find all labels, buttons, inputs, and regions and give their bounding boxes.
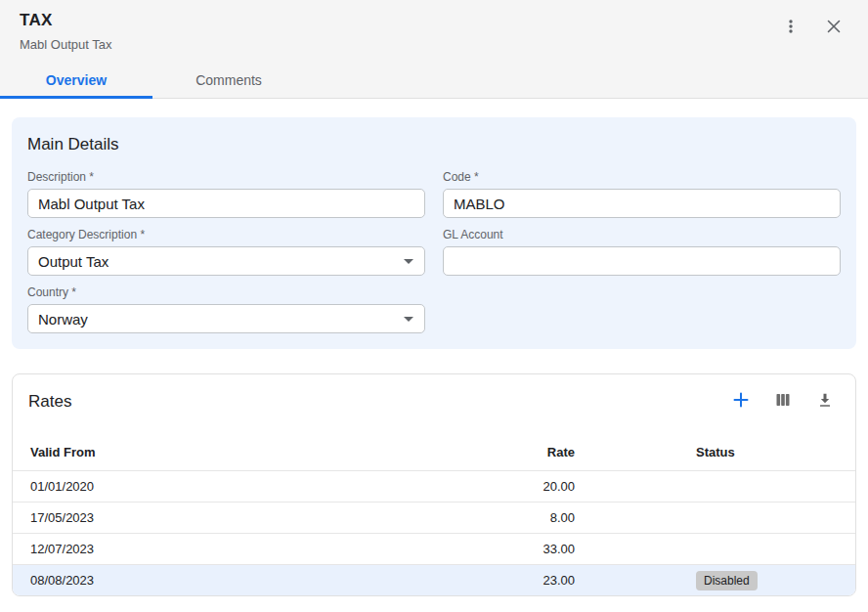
- status-badge: Disabled: [696, 571, 758, 590]
- field-label: Category Description *: [27, 228, 425, 241]
- tab-overview[interactable]: Overview: [0, 62, 152, 98]
- plus-icon: [732, 391, 750, 412]
- column-header-rate[interactable]: Rate: [457, 445, 575, 459]
- rate-cell: 8.00: [457, 510, 575, 525]
- rate-cell: 23.00: [457, 573, 575, 588]
- code-field[interactable]: [443, 189, 841, 218]
- valid-from-cell: 12/07/2023: [13, 542, 457, 556]
- tab-comments[interactable]: Comments: [152, 62, 305, 98]
- page-title: TAX: [20, 11, 848, 30]
- field: Category Description *: [27, 228, 425, 276]
- column-header-status[interactable]: Status: [575, 445, 855, 459]
- rates-panel: Rates: [12, 373, 856, 596]
- valid-from-cell: 08/08/2023: [13, 573, 457, 588]
- table-row[interactable]: 08/08/2023 23.00 Disabled: [13, 564, 855, 595]
- valid-from-cell: 17/05/2023: [13, 510, 457, 525]
- close-button[interactable]: [823, 16, 845, 40]
- field: Description *: [27, 170, 425, 218]
- table-row[interactable]: 17/05/2023 8.00: [13, 502, 855, 533]
- rates-actions: [730, 389, 836, 414]
- category-description-select[interactable]: [27, 246, 425, 276]
- add-rate-button[interactable]: [730, 389, 752, 414]
- status-cell: Disabled: [575, 571, 855, 590]
- kebab-menu-button[interactable]: [780, 16, 802, 40]
- table-row[interactable]: 12/07/2023 33.00: [13, 533, 855, 564]
- gl-account-field[interactable]: [443, 246, 841, 276]
- header-actions: [780, 16, 845, 40]
- rate-cell: 20.00: [457, 479, 575, 494]
- download-icon: [816, 391, 834, 412]
- export-button[interactable]: [814, 389, 836, 414]
- table-row[interactable]: 01/01/2020 20.00: [13, 470, 855, 502]
- field-label: Code *: [443, 170, 841, 184]
- main-details-title: Main Details: [27, 135, 841, 154]
- rate-cell: 33.00: [457, 542, 575, 556]
- column-header-valid-from[interactable]: Valid From: [13, 445, 457, 459]
- description-field[interactable]: [27, 189, 425, 218]
- rates-title: Rates: [28, 392, 71, 412]
- dialog-header: TAX Mabl Output Tax Overview Comments: [0, 0, 868, 99]
- country-select[interactable]: [27, 304, 425, 333]
- table-body: 01/01/2020 20.00 17/05/2023 8.00 12/07/2…: [13, 470, 855, 595]
- close-icon: [825, 18, 843, 38]
- page-subtitle: Mabl Output Tax: [20, 37, 848, 52]
- field-label: Country *: [27, 285, 425, 299]
- tab-bar: Overview Comments: [0, 62, 305, 98]
- rates-table: Valid From Rate Status 01/01/2020 20.00 …: [13, 433, 855, 595]
- valid-from-cell: 01/01/2020: [13, 479, 457, 494]
- field: Country *: [27, 285, 425, 333]
- fields-grid: Description * Code * Category Descriptio…: [27, 170, 841, 333]
- kebab-menu-icon: [782, 18, 800, 38]
- field-label: Description *: [27, 170, 425, 184]
- dialog-body: Main Details Description * Code * Catego…: [0, 99, 868, 612]
- field: Code *: [443, 170, 841, 218]
- main-details-panel: Main Details Description * Code * Catego…: [12, 117, 856, 349]
- field: GL Account: [443, 228, 841, 276]
- column-settings-button[interactable]: [772, 389, 794, 414]
- field-label: GL Account: [443, 228, 841, 241]
- view-columns-icon: [774, 391, 792, 412]
- table-header-row: Valid From Rate Status: [13, 433, 855, 470]
